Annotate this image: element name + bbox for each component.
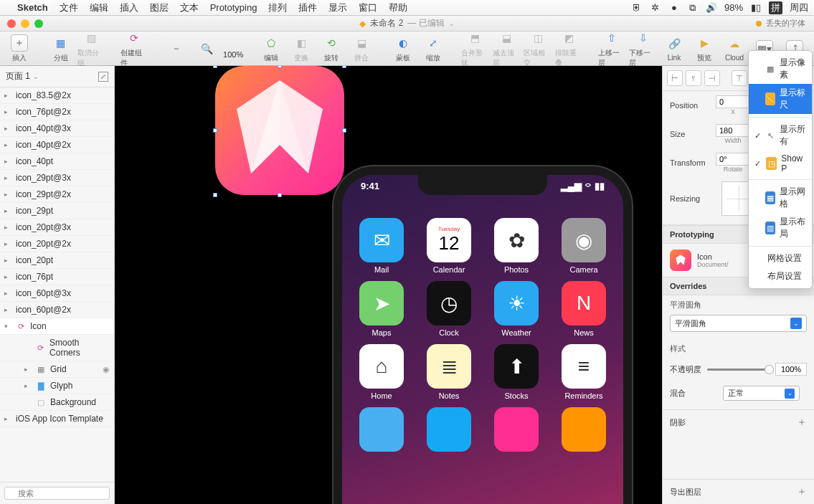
layer-row[interactable]: ▸icon_83.5@2x [0,87,114,104]
menu-layer[interactable]: 图层 [150,1,169,14]
view-menu-item[interactable]: ✓↖显示所有 [749,120,812,151]
layer-row[interactable]: ▸icon_20pt@3x [0,219,114,236]
layer-row[interactable]: ▸icon_20pt@2x [0,236,114,252]
disclosure-icon[interactable]: ▸ [24,366,32,373]
layer-row[interactable]: ▸iOS App Icon Template [0,411,114,427]
align-top-button[interactable]: ⊤ [732,70,747,86]
layer-row[interactable]: ▸icon_76pt [0,269,114,285]
resize-handle[interactable] [278,66,282,68]
transform-button[interactable]: ◧变换 [288,34,315,63]
disclosure-icon[interactable]: ▸ [4,92,11,99]
backward-button[interactable]: ⇩下移一层 [629,29,658,68]
disclosure-icon[interactable]: ▸ [4,174,11,181]
app-menu[interactable]: Sketch [17,2,48,13]
resize-handle[interactable] [213,193,217,197]
position-x-input[interactable] [716,95,750,108]
layer-row[interactable]: ▸icon_76pt@2x [0,104,114,120]
menu-text[interactable]: 文本 [180,1,199,14]
menu-plugins[interactable]: 插件 [298,1,317,14]
link-button[interactable]: 🔗Link [661,35,688,62]
disclosure-icon[interactable]: ▸ [4,415,11,422]
view-menu-item[interactable]: 📏显示标尺 [749,84,812,114]
insert-button[interactable]: ＋插入 [6,34,33,63]
layer-row-selected[interactable]: ▾⟳Icon [0,318,114,335]
wifi-icon[interactable]: ⧉ [687,2,699,14]
disclosure-icon[interactable]: ▸ [4,306,11,313]
disclosure-icon[interactable]: ▸ [4,273,11,280]
add-export-button[interactable]: ＋ [797,485,807,498]
ungroup-button[interactable]: ▨取消分组 [77,29,106,68]
zoom-in-button[interactable]: 🔍 [193,40,220,57]
title-dropdown-icon[interactable]: ⌄ [449,20,455,27]
view-menu-item[interactable]: ▦显示网格 [749,183,812,213]
scale-button[interactable]: ⤢缩放 [420,34,447,63]
menu-insert[interactable]: 插入 [120,1,138,14]
minimize-window-button[interactable] [21,19,29,28]
disclosure-icon[interactable]: ▾ [4,323,11,330]
layer-search-input[interactable] [4,487,110,500]
opacity-slider[interactable] [707,369,770,371]
preview-button[interactable]: ▶预览 [691,34,718,63]
view-menu-item[interactable]: ▩显示像素 [749,54,812,84]
shield-icon[interactable]: ⛨ [631,2,643,14]
shadows-section[interactable]: 阴影 ＋ [663,409,814,434]
opacity-input[interactable] [775,363,807,376]
disclosure-icon[interactable]: ▸ [4,257,11,264]
fan-icon[interactable]: ✲ [650,2,661,14]
add-shadow-button[interactable]: ＋ [797,416,807,429]
edit-button[interactable]: ⬠编辑 [257,34,285,63]
layer-row[interactable]: ▸icon_29pt@3x [0,170,114,186]
view-menu-item[interactable]: 布局设置 [749,267,812,285]
disclosure-icon[interactable]: ▸ [24,382,32,389]
volume-icon[interactable]: 🔊 [706,2,717,14]
qq-icon[interactable]: ● [668,2,680,14]
union-button[interactable]: ⬒合并形状 [461,29,490,68]
battery-icon[interactable]: ▮▯ [750,2,762,14]
group-button[interactable]: ▦分组 [47,34,75,63]
selected-icon-artboard[interactable] [215,66,344,195]
layer-row[interactable]: ▸icon_29pt@2x [0,186,114,203]
disclosure-icon[interactable]: ▸ [4,224,11,231]
layer-row[interactable]: ▸icon_60pt@2x [0,302,114,318]
flatten-button[interactable]: ⬓拼合 [348,34,375,63]
blend-mode-select[interactable]: 正常 ⌄ [723,386,800,401]
resize-handle[interactable] [342,66,346,68]
forward-button[interactable]: ⇧上移一层 [598,29,627,68]
menu-view[interactable]: 显示 [328,1,347,14]
resize-handle[interactable] [342,128,346,133]
date-day[interactable]: 周四 [790,1,808,14]
menu-arrange[interactable]: 排列 [268,1,287,14]
layer-row[interactable]: ▸icon_20pt [0,252,114,269]
menu-prototyping[interactable]: Prototyping [210,2,257,13]
cloud-button[interactable]: ☁Cloud [721,35,748,62]
mask-button[interactable]: ◐蒙板 [389,34,417,63]
disclosure-icon[interactable]: ▸ [4,158,11,165]
layer-row[interactable]: ▸▦Grid◉ [0,361,114,378]
disclosure-icon[interactable]: ▸ [4,290,11,297]
pages-expand-icon[interactable]: ⤢ [98,72,108,82]
menu-window[interactable]: 窗口 [359,1,377,14]
rotate-input[interactable] [716,153,750,166]
pages-header[interactable]: 页面 1 ⌄ ⤢ [0,66,114,87]
override-smooth-select[interactable]: 平滑圆角 ⌄ [670,315,807,332]
view-menu-item[interactable]: ▥显示布局 [749,213,812,243]
missing-fonts-label[interactable]: 丢失的字体 [766,18,805,29]
menu-edit[interactable]: 编辑 [90,1,108,14]
layer-row[interactable]: ▸icon_40pt@3x [0,120,114,137]
menu-help[interactable]: 帮助 [389,1,407,14]
size-width-input[interactable] [716,124,750,137]
subtract-button[interactable]: ⬓减去顶层 [493,29,521,68]
create-symbol-button[interactable]: ⟳创建组件 [120,29,149,68]
zoom-out-button[interactable]: － [163,40,190,57]
layer-row[interactable]: ▸icon_40pt@2x [0,137,114,153]
disclosure-icon[interactable]: ▸ [4,108,11,115]
disclosure-icon[interactable]: ▸ [4,207,11,214]
close-window-button[interactable] [7,19,16,28]
disclosure-icon[interactable]: ▸ [4,240,11,247]
layer-row[interactable]: ▢Background [0,394,114,411]
difference-button[interactable]: ◩排除重叠 [555,29,584,68]
resize-handle[interactable] [213,66,217,68]
layer-row[interactable]: ▸icon_40pt [0,153,114,170]
align-right-button[interactable]: ⊣ [704,70,720,86]
page-dropdown-icon[interactable]: ⌄ [33,73,39,80]
